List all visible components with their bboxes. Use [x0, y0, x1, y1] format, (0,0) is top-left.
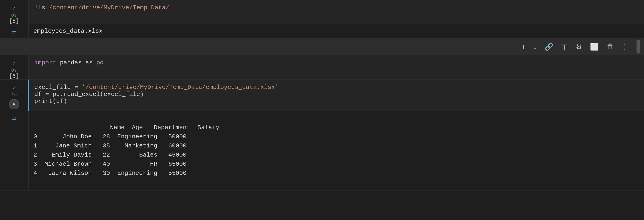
cell-7: ✓ 1s excel_file = '/content/drive/MyDriv…	[0, 80, 644, 190]
cell-5-output-gutter: ⇄	[0, 24, 28, 38]
cell-6-toolbar: ↑ ↓ 🔗 ◫ ⚙ ⬜ 🗑 ⋮	[0, 38, 644, 55]
cell-5-row: ✓ 0s [5] !ls /content/drive/MyDrive/Temp…	[0, 0, 644, 24]
cell-5-output-icon: ⇄	[12, 28, 16, 36]
cell-7-varname: excel_file =	[34, 84, 82, 91]
toolbar-up-button[interactable]: ↑	[520, 42, 527, 52]
cell-5-number: [5]	[9, 18, 19, 24]
cell-5-gutter: ✓ 0s [5]	[0, 0, 28, 24]
cell-7-output: ⇄ Name Age Department Salary 0 John Doe …	[0, 111, 644, 190]
toolbar-link-button[interactable]: 🔗	[543, 42, 555, 52]
cell-6-pandas: pandas	[56, 59, 86, 66]
cell-5-output: ⇄ employees_data.xlsx	[0, 24, 644, 38]
run-button[interactable]	[9, 99, 19, 109]
cell-6-check: ✓	[12, 59, 16, 67]
cell-7-line1: excel_file = '/content/drive/MyDrive/Tem…	[34, 84, 638, 91]
cell-6: ↑ ↓ 🔗 ◫ ⚙ ⬜ 🗑 ⋮ ✓ 0s [6] import pandas a…	[0, 38, 644, 80]
output-table: Name Age Department Salary 0 John Doe 28…	[34, 114, 639, 187]
cell-5-code-path: /content/drive/MyDrive/Temp_Data/	[49, 4, 169, 11]
cell-7-check: ✓	[12, 84, 16, 92]
cell-7-line2: df = pd.read_excel(excel_file)	[34, 91, 638, 98]
cell-5: ✓ 0s [5] !ls /content/drive/MyDrive/Temp…	[0, 0, 644, 38]
toolbar-down-button[interactable]: ↓	[531, 42, 538, 52]
cell-7-df: df = pd.read_excel(excel_file)	[34, 91, 144, 98]
cell-6-import-kw: import	[34, 59, 56, 66]
cell-7-output-gutter: ⇄	[0, 111, 28, 190]
cell-6-as: as	[85, 59, 92, 66]
cell-5-status: 0s	[11, 13, 17, 18]
cell-5-check: ✓	[12, 4, 16, 12]
cell-6-pd: pd	[93, 59, 104, 66]
cell-7-output-content: Name Age Department Salary 0 John Doe 28…	[28, 111, 644, 190]
cell-6-row: ✓ 0s [6] import pandas as pd	[0, 55, 644, 79]
cell-7-row: ✓ 1s excel_file = '/content/drive/MyDriv…	[0, 80, 644, 111]
cell-5-output-content: employees_data.xlsx	[28, 24, 644, 38]
toolbar-more-button[interactable]: ⋮	[620, 42, 630, 52]
cell-5-code[interactable]: !ls /content/drive/MyDrive/Temp_Data/	[28, 0, 644, 24]
svg-marker-0	[12, 103, 16, 106]
cell-7-gutter: ✓ 1s	[0, 80, 28, 111]
toolbar-comment-button[interactable]: ◫	[560, 42, 570, 52]
toolbar-delete-button[interactable]: 🗑	[605, 42, 616, 52]
cell-6-status: 0s	[11, 68, 17, 73]
cell-7-line3: print(df)	[34, 98, 638, 105]
notebook: ✓ 0s [5] !ls /content/drive/MyDrive/Temp…	[0, 0, 644, 220]
cell-5-code-ls: !ls	[34, 4, 49, 11]
cell-5-output-text: employees_data.xlsx	[34, 28, 102, 35]
cell-6-gutter: ✓ 0s [6]	[0, 55, 28, 79]
cell-6-code[interactable]: import pandas as pd	[28, 55, 644, 79]
cell-7-print: print(df)	[34, 98, 67, 105]
cell-6-number: [6]	[9, 73, 19, 79]
scroll-bar[interactable]	[636, 40, 640, 54]
cell-7-filepath: '/content/drive/MyDrive/Temp_Data/employ…	[82, 84, 279, 91]
cell-7-code[interactable]: excel_file = '/content/drive/MyDrive/Tem…	[28, 80, 644, 111]
output-header: Name Age Department Salary 0 John Doe 28…	[34, 124, 220, 177]
cell-7-status: 1s	[11, 92, 17, 98]
cell-7-output-icon: ⇄	[12, 114, 16, 122]
toolbar-expand-button[interactable]: ⬜	[588, 42, 600, 52]
run-icon	[12, 102, 16, 106]
toolbar-settings-button[interactable]: ⚙	[574, 42, 584, 52]
